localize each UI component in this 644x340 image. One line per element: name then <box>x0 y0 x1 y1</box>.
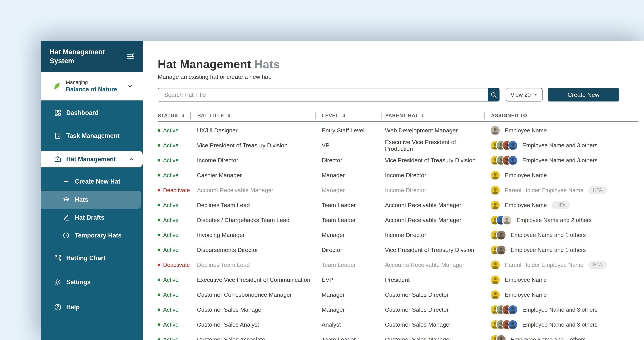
table-row[interactable]: ActiveInvoicing ManagerManagerIncome Dir… <box>158 227 638 242</box>
table-row[interactable]: ActiveCustomer Sales AssociateTeam Leade… <box>158 332 638 340</box>
hat-title-cell: Cashier Manager <box>190 172 316 178</box>
sidebar-item-temporary-hats[interactable]: Temporary Hats <box>41 226 142 244</box>
sidebar-header: Hat Management System <box>41 41 142 72</box>
assigned-to-cell: Employee Name and 3 others <box>484 305 638 314</box>
status-dot-icon <box>158 234 160 236</box>
sidebar-item-settings[interactable]: Settings <box>41 273 142 291</box>
column-header-hat-title[interactable]: HAT TITLE <box>190 112 316 119</box>
create-new-button[interactable]: Create New <box>548 88 619 102</box>
table-row[interactable]: ActiveDisputes / Chargebacks Team LeadTe… <box>158 213 638 227</box>
sidebar-item-hat-management[interactable]: Hat Management <box>41 151 142 168</box>
table-row[interactable]: ActiveDeclines Team LeadTeam LeaderAccou… <box>158 198 638 213</box>
table-row[interactable]: ActiveUX/UI DesignerEntry Staff LevelWeb… <box>158 123 638 138</box>
assigned-to-cell: Employee Name <box>484 290 638 299</box>
table-row[interactable]: ActiveDisbursements DirectorDirectorVice… <box>158 242 638 257</box>
table-row[interactable]: ActiveCustomer Sales ManagerManagerCusto… <box>158 302 638 317</box>
parent-hat: Account Receivable Manager <box>385 202 461 208</box>
status-label: Active <box>163 337 178 340</box>
status-label: Active <box>163 232 178 238</box>
status-dot-icon <box>158 338 160 340</box>
status-cell: Active <box>158 202 190 208</box>
org-switcher[interactable]: Managing Balance of Nature <box>41 72 142 100</box>
parent-hat: Web Development Manager <box>385 127 458 134</box>
hfa-badge: HFA <box>588 186 607 194</box>
status-cell: Active <box>158 292 190 298</box>
table-row[interactable]: ActiveExecutive Vice President of Commun… <box>158 272 638 287</box>
assignee-label: Employee Name and 2 others <box>516 217 592 223</box>
table-row[interactable]: ActiveCustomer Sales AnalystAnalystCusto… <box>158 317 638 332</box>
status-label: Active <box>163 142 178 149</box>
sidebar-item-label: Temporary Hats <box>75 232 122 239</box>
sidebar-item-help[interactable]: Help <box>41 298 142 316</box>
collapse-sidebar-icon[interactable] <box>126 52 135 61</box>
table-row[interactable]: ActiveCustomer Correspondence ManagerMan… <box>158 287 638 302</box>
status-label: Active <box>163 307 178 313</box>
status-dot-icon <box>158 129 160 132</box>
avatar-stack <box>491 156 517 165</box>
search-button[interactable] <box>488 88 500 102</box>
status-dot-icon <box>158 144 160 147</box>
column-header-parent-hat[interactable]: PARENT HAT <box>382 112 484 119</box>
parent-hat-cell: Vice President of Treasury Divsion <box>382 247 484 253</box>
sidebar-item-hat-drafts[interactable]: Hat Drafts <box>41 209 142 226</box>
parent-hat: Accounts Receivable Manager <box>385 262 464 268</box>
hat-title: Disbursements Director <box>197 247 258 253</box>
status-cell: Active <box>158 337 190 340</box>
avatar <box>496 246 506 254</box>
org-switcher-label: Managing <box>66 79 117 85</box>
assignee-label: Employee Name and 1 others <box>511 247 586 253</box>
sidebar-item-hats[interactable]: Hats <box>41 191 141 209</box>
assignee-label: Employee Name <box>505 127 547 134</box>
parent-hat-cell: Account Receivable Manager <box>382 217 484 223</box>
parent-hat: Customer Sales Director <box>385 306 448 313</box>
avatar-stack <box>491 261 500 269</box>
table-row[interactable]: DeactivateAccount Receivable ManagerMana… <box>158 183 638 198</box>
sidebar-item-create-new-hat[interactable]: Create New Hat <box>41 172 142 190</box>
assignee-label: Employee Name <box>505 172 547 178</box>
avatar <box>496 335 506 340</box>
parent-hat: Customer Sales Manager <box>385 336 451 340</box>
hat-title-cell: Declines Team Lead <box>190 262 316 268</box>
avatar-stack <box>491 246 506 254</box>
search-input[interactable] <box>158 88 488 102</box>
view-count-dropdown[interactable]: View 20 <box>506 88 542 102</box>
status-cell: Active <box>158 277 190 283</box>
avatar <box>491 186 500 195</box>
briefcase-icon <box>54 155 62 163</box>
main-content: Hat Management Hats Manage an existing h… <box>142 41 644 340</box>
table-row[interactable]: ActiveVice President of Treasury Divisio… <box>158 138 638 153</box>
avatar-stack <box>491 231 506 240</box>
assigned-to-cell: Employee Name and 1 others <box>484 231 638 240</box>
dashboard-icon <box>54 109 62 117</box>
parent-hat-cell: Income Director <box>382 187 484 193</box>
avatar <box>508 141 517 150</box>
assigned-to-cell: Parent Holder Employee NameHFA <box>484 186 638 195</box>
level: VP <box>322 142 330 149</box>
level-cell: Director <box>316 247 382 253</box>
status-label: Deactivate <box>163 262 190 268</box>
sidebar-item-label: Settings <box>66 279 91 286</box>
caret-down-icon <box>534 93 538 97</box>
table-row[interactable]: DeactivateDeclines Team LeadTeam LeaderA… <box>158 257 638 272</box>
status-dot-icon <box>158 189 160 191</box>
sidebar-item-hatting-chart[interactable]: Hatting Chart <box>41 249 142 267</box>
hat-title-cell: UX/UI Designer <box>190 127 316 134</box>
table-row[interactable]: ActiveCashier ManagerManagerIncome Direc… <box>158 168 638 183</box>
status-dot-icon <box>158 279 160 281</box>
table-row[interactable]: ActiveIncome DirectorDirectorVice Presid… <box>158 153 638 168</box>
level-cell: Director <box>316 157 382 164</box>
table-body: ActiveUX/UI DesignerEntry Staff LevelWeb… <box>158 123 638 340</box>
sidebar-item-task-management[interactable]: Task Management <box>41 127 142 145</box>
level: Analyst <box>322 321 341 328</box>
sidebar-item-label: Help <box>66 304 80 311</box>
column-header-status[interactable]: STATUS <box>158 112 190 119</box>
sidebar-item-label: Hats <box>75 196 88 203</box>
search-group <box>158 88 500 102</box>
sidebar-item-dashboard[interactable]: Dashboard <box>41 104 142 122</box>
status-dot-icon <box>158 174 160 176</box>
hat-title: Cashier Manager <box>197 172 242 178</box>
parent-hat-cell: Customer Sales Manager <box>382 321 484 328</box>
pencil-icon <box>62 214 70 221</box>
sidebar-item-label: Task Management <box>66 132 119 140</box>
column-header-level[interactable]: LEVEL <box>316 112 382 119</box>
